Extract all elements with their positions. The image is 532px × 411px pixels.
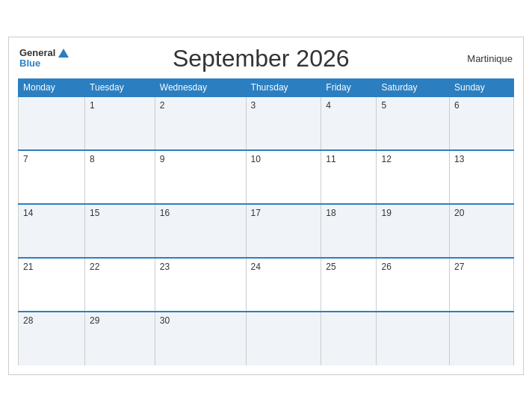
calendar-day-cell: 28 bbox=[19, 312, 85, 365]
logo: General Blue bbox=[19, 48, 69, 69]
calendar-day-cell: 14 bbox=[19, 204, 85, 258]
calendar-week-row: 78910111213 bbox=[19, 150, 514, 204]
calendar-day-cell: 2 bbox=[155, 96, 246, 150]
logo-general-text: General bbox=[19, 48, 55, 58]
calendar-day-cell bbox=[377, 312, 450, 365]
calendar-title: September 2026 bbox=[69, 45, 453, 72]
calendar-day-cell: 11 bbox=[321, 150, 377, 204]
day-header: Monday bbox=[19, 78, 85, 96]
calendar-day-cell: 25 bbox=[321, 258, 377, 312]
calendar-day-cell: 22 bbox=[85, 258, 155, 312]
day-header: Saturday bbox=[377, 78, 450, 96]
calendar-day-cell: 23 bbox=[155, 258, 246, 312]
calendar-week-row: 282930 bbox=[19, 312, 514, 365]
calendar-week-row: 123456 bbox=[19, 96, 514, 150]
calendar-day-cell: 30 bbox=[155, 312, 246, 365]
calendar-day-cell: 26 bbox=[377, 258, 450, 312]
calendar-day-cell: 1 bbox=[85, 96, 155, 150]
calendar-day-cell: 9 bbox=[155, 150, 246, 204]
calendar-day-cell bbox=[321, 312, 377, 365]
calendar-day-cell bbox=[19, 96, 85, 150]
logo-triangle-icon bbox=[58, 49, 69, 58]
calendar-region: Martinique bbox=[453, 53, 513, 64]
calendar-day-cell: 29 bbox=[85, 312, 155, 365]
calendar-day-cell: 13 bbox=[450, 150, 514, 204]
calendar-container: General Blue September 2026 Martinique M… bbox=[8, 37, 524, 375]
calendar-grid: MondayTuesdayWednesdayThursdayFridaySatu… bbox=[18, 78, 514, 365]
calendar-day-cell: 17 bbox=[246, 204, 321, 258]
logo-blue-text: Blue bbox=[19, 58, 69, 69]
calendar-week-row: 14151617181920 bbox=[19, 204, 514, 258]
calendar-day-cell: 7 bbox=[19, 150, 85, 204]
day-header: Thursday bbox=[246, 78, 321, 96]
day-header: Wednesday bbox=[155, 78, 246, 96]
calendar-day-cell: 19 bbox=[377, 204, 450, 258]
calendar-day-cell: 3 bbox=[246, 96, 321, 150]
day-header: Sunday bbox=[450, 78, 514, 96]
day-header: Friday bbox=[321, 78, 377, 96]
calendar-day-cell: 15 bbox=[85, 204, 155, 258]
calendar-day-cell: 8 bbox=[85, 150, 155, 204]
calendar-header-row: MondayTuesdayWednesdayThursdayFridaySatu… bbox=[19, 78, 514, 96]
calendar-day-cell bbox=[246, 312, 321, 365]
calendar-day-cell: 27 bbox=[450, 258, 514, 312]
calendar-day-cell bbox=[450, 312, 514, 365]
day-header: Tuesday bbox=[85, 78, 155, 96]
calendar-day-cell: 5 bbox=[377, 96, 450, 150]
calendar-day-cell: 21 bbox=[19, 258, 85, 312]
calendar-day-cell: 20 bbox=[450, 204, 514, 258]
calendar-day-cell: 16 bbox=[155, 204, 246, 258]
calendar-day-cell: 18 bbox=[321, 204, 377, 258]
calendar-day-cell: 10 bbox=[246, 150, 321, 204]
calendar-day-cell: 4 bbox=[321, 96, 377, 150]
calendar-week-row: 21222324252627 bbox=[19, 258, 514, 312]
calendar-day-cell: 24 bbox=[246, 258, 321, 312]
calendar-header: General Blue September 2026 Martinique bbox=[18, 45, 514, 72]
calendar-day-cell: 12 bbox=[377, 150, 450, 204]
calendar-day-cell: 6 bbox=[450, 96, 514, 150]
